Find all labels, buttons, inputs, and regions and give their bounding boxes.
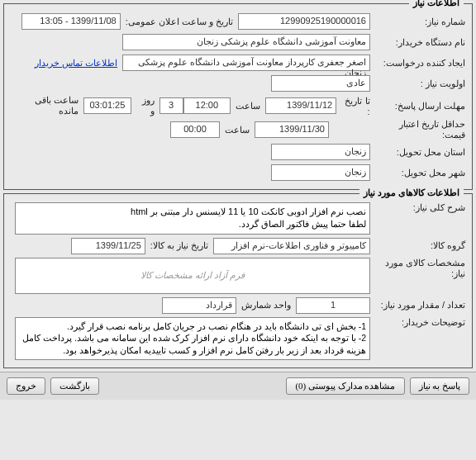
days-label: روز و — [131, 95, 159, 116]
button-bar: پاسخ به نیاز مشاهده مدارک پیوستی (0) باز… — [0, 372, 476, 400]
goods-info-panel: اطلاعات کالاهای مورد نیاز شرح کلی نیاز: … — [3, 193, 473, 368]
hour-label-1: ساعت — [231, 101, 265, 111]
priority-label: اولویت نیاز : — [370, 78, 465, 89]
contact-link[interactable]: اطلاعات تماس خریدار — [35, 58, 117, 69]
deadline-date: 1399/11/12 — [265, 97, 336, 114]
need-no-value: 12990925190000016 — [238, 13, 370, 30]
need-no-label: شماره نیاز: — [370, 17, 465, 27]
panel1-title: اطلاعات نیاز — [409, 0, 464, 8]
min-valid-date: 1399/11/30 — [255, 121, 329, 138]
desc-label: شرح کلی نیاز: — [370, 202, 465, 213]
public-date-value: 1399/11/08 - 13:05 — [21, 13, 121, 30]
attachments-button[interactable]: مشاهده مدارک پیوستی (0) — [286, 377, 404, 395]
public-date-label: تاریخ و ساعت اعلان عمومی: — [121, 17, 238, 27]
org-value: معاونت آموزشی دانشگاه علوم پزشکی زنجان — [122, 34, 370, 50]
days-remaining: 3 — [159, 97, 183, 114]
remain-label: ساعت باقی مانده — [11, 95, 83, 116]
deadline-time: 12:00 — [183, 97, 231, 114]
unit-label: واحد شمارش — [236, 300, 296, 311]
need-info-panel: اطلاعات نیاز شماره نیاز: 129909251900000… — [3, 3, 473, 190]
hour-label-2: ساعت — [220, 125, 255, 135]
reply-button[interactable]: پاسخ به نیاز — [410, 377, 470, 395]
desc-value: نصب نرم افزار ادوبی کانکت 10 یا 11 لایسن… — [15, 202, 370, 235]
city-label: شهر محل تحویل: — [370, 168, 465, 178]
deadline-label: مهلت ارسال پاسخ: — [375, 101, 465, 111]
priority-value: عادی — [271, 75, 370, 92]
city-value: زنجان — [271, 164, 370, 181]
notes-label: توضیحات خریدار: — [370, 317, 465, 328]
back-button[interactable]: بازگشت — [50, 377, 99, 395]
org-label: نام دستگاه خریدار: — [370, 37, 465, 48]
need-until-label: تاریخ نیاز به کالا: — [145, 240, 213, 251]
exit-button[interactable]: خروج — [7, 377, 45, 395]
spec-area[interactable]: فرم آزاد ارائه مشخصات کالا — [15, 258, 370, 294]
province-label: استان محل تحویل: — [370, 147, 465, 158]
province-value: زنجان — [271, 144, 370, 160]
qty-value: 1 — [296, 297, 370, 314]
min-valid-label: حداقل تاریخ اعتبار قیمت: — [370, 119, 465, 140]
unit-value: قرارداد — [162, 297, 236, 314]
deadline-sub: تا تاریخ : — [336, 96, 374, 116]
spec-label: مشخصات کالای مورد نیاز: — [370, 258, 465, 279]
panel2-title: اطلاعات کالاهای مورد نیاز — [359, 187, 464, 198]
need-until-value: 1399/11/25 — [71, 238, 145, 254]
time-remaining: 03:01:25 — [83, 97, 131, 114]
creator-label: ایجاد کننده درخواست: — [370, 58, 465, 69]
notes-value: 1- بخش ای تی دانشگاه باید در هنگام نصب د… — [15, 317, 370, 360]
spec-placeholder: فرم آزاد ارائه مشخصات کالا — [140, 269, 245, 282]
group-value: کامپیوتر و فناوری اطلاعات-نرم افزار — [213, 238, 370, 254]
creator-value: اصغر جعفری کارپرداز معاونت آموزشی دانشگا… — [122, 55, 370, 71]
min-valid-time: 00:00 — [170, 121, 220, 138]
qty-label: تعداد / مقدار مورد نیاز: — [370, 300, 465, 311]
group-label: گروه کالا: — [370, 240, 465, 251]
